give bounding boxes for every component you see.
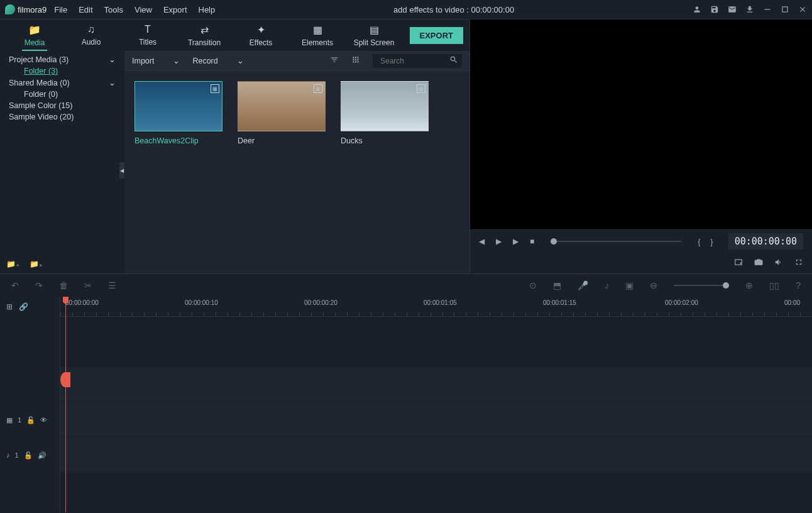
tab-label: Elements: [302, 38, 333, 47]
sidebar-item-sample-video[interactable]: Sample Video (20): [0, 111, 124, 123]
timeline-track-spare[interactable]: [60, 473, 812, 508]
redo-button[interactable]: ↷: [35, 280, 43, 290]
menu-help[interactable]: Help: [199, 5, 216, 14]
thumbnail-image: ▦: [341, 81, 429, 131]
stop-button[interactable]: ■: [530, 237, 534, 246]
visibility-icon[interactable]: 👁: [40, 416, 47, 424]
filter-icon[interactable]: [330, 55, 339, 66]
lock-icon[interactable]: 🔓: [24, 451, 33, 460]
tab-effects[interactable]: ✦ Effects: [233, 24, 289, 47]
new-folder-icon[interactable]: 📁₊: [6, 260, 19, 268]
ruler-label: 00:00:00:20: [304, 299, 337, 306]
audio-track-header[interactable]: ♪ 1 🔓 🔊: [0, 438, 60, 473]
clip-deer[interactable]: ▦ Deer: [238, 81, 326, 145]
playback-row: ◀ ▶ ▶ ■ { } 00:00:00:00: [470, 230, 812, 253]
voiceover-icon[interactable]: 🎤: [578, 280, 588, 290]
timeline-body[interactable]: 00:00:00:00 00:00:00:10 00:00:00:20 00:0…: [60, 297, 812, 512]
manage-tracks-icon[interactable]: ⊞: [6, 302, 13, 311]
slider-handle[interactable]: [551, 238, 557, 245]
svg-point-6: [355, 59, 356, 60]
mark-in-out-icon[interactable]: { }: [698, 237, 716, 246]
menu-export[interactable]: Export: [163, 5, 187, 14]
tab-elements[interactable]: ▦ Elements: [289, 24, 346, 47]
timeline-ruler[interactable]: 00:00:00:00 00:00:00:10 00:00:00:20 00:0…: [60, 297, 812, 317]
import-dropdown[interactable]: Import ⌄: [132, 56, 180, 65]
playhead-knob[interactable]: [60, 372, 70, 387]
sidebar-item-folder-0[interactable]: Folder (0): [0, 89, 124, 100]
play-button[interactable]: ▶: [513, 237, 518, 246]
tab-transition[interactable]: ⇄ Transition: [176, 24, 233, 47]
timeline-track-audio[interactable]: [60, 438, 812, 473]
zoom-handle[interactable]: [723, 282, 729, 289]
split-button[interactable]: ✂: [84, 280, 92, 290]
title-right: [693, 5, 807, 14]
zoom-slider[interactable]: [674, 285, 729, 286]
tab-audio[interactable]: ♫ Audio: [63, 24, 119, 47]
preview-viewport[interactable]: [470, 19, 812, 229]
tab-media[interactable]: 📁 Media: [6, 24, 63, 47]
playhead[interactable]: [65, 297, 66, 512]
sidebar-item-shared-media[interactable]: Shared Media (0) ⌄: [0, 77, 124, 89]
preview-options-row: [470, 253, 812, 273]
menu-tools[interactable]: Tools: [104, 5, 123, 14]
lock-icon[interactable]: 🔓: [26, 416, 35, 424]
crop-icon[interactable]: ▣: [625, 280, 634, 290]
help-icon[interactable]: ?: [796, 280, 801, 290]
account-icon[interactable]: [693, 5, 701, 14]
sidebar-item-project-media[interactable]: Project Media (3) ⌄: [0, 53, 124, 65]
timeline-track-video[interactable]: [60, 402, 812, 438]
video-track-header[interactable]: ▦ 1 🔓 👁: [0, 402, 60, 438]
search-input[interactable]: [376, 54, 446, 68]
video-track-icon: ▦: [6, 416, 13, 424]
timeline-track-overlay[interactable]: [60, 317, 812, 367]
record-dropdown[interactable]: Record ⌄: [192, 56, 243, 65]
message-icon[interactable]: [728, 5, 737, 14]
clip-beachwaves[interactable]: ▦ BeachWaves2Clip: [134, 81, 222, 145]
preview-slider[interactable]: [551, 241, 681, 242]
sidebar-item-label: Folder (0): [24, 90, 58, 99]
download-icon[interactable]: [745, 5, 754, 14]
export-button[interactable]: EXPORT: [410, 27, 463, 44]
undo-button[interactable]: ↶: [11, 280, 19, 290]
delete-button[interactable]: 🗑: [59, 280, 68, 290]
prev-frame-button[interactable]: ◀: [479, 237, 485, 246]
menu-edit[interactable]: Edit: [79, 5, 92, 14]
sidebar-item-folder-3[interactable]: Folder (3): [0, 65, 124, 77]
marker-icon[interactable]: ⬒: [553, 280, 561, 290]
tab-split-screen[interactable]: ▤ Split Screen: [346, 24, 402, 47]
mute-icon[interactable]: 🔊: [38, 451, 47, 460]
render-preview-icon[interactable]: ⊙: [529, 280, 537, 290]
sidebar-collapse-button[interactable]: ◀: [119, 162, 124, 179]
search-icon[interactable]: [449, 55, 458, 66]
timeline-toolbar: ↶ ↷ 🗑 ✂ ☰ ⊙ ⬒ 🎤 ♪ ▣ ⊖ ⊕ ▯▯ ?: [0, 274, 812, 297]
volume-icon[interactable]: [774, 258, 783, 268]
tab-titles[interactable]: T Titles: [119, 24, 176, 47]
settings-icon[interactable]: ☰: [108, 280, 116, 290]
chevron-down-icon: ⌄: [109, 78, 116, 87]
zoom-fit-icon[interactable]: ▯▯: [769, 280, 779, 290]
play-backward-button[interactable]: ▶: [496, 237, 502, 246]
audio-mixer-icon[interactable]: ♪: [605, 280, 609, 290]
media-thumbs: ▦ BeachWaves2Clip ▦ Deer ▦: [124, 71, 469, 155]
clip-ducks[interactable]: ▦ Ducks: [341, 81, 429, 145]
delete-folder-icon[interactable]: 📁ₓ: [30, 260, 42, 268]
svg-point-9: [355, 61, 356, 62]
fullscreen-icon[interactable]: [794, 258, 803, 268]
elements-icon: ▦: [313, 24, 322, 36]
menu-file[interactable]: File: [54, 5, 67, 14]
grid-view-icon[interactable]: [351, 55, 360, 66]
zoom-out-button[interactable]: ⊖: [650, 280, 657, 290]
tab-label: Effects: [250, 38, 272, 47]
media-panel: 📁 Media ♫ Audio T Titles ⇄ Transition ✦ …: [0, 19, 470, 273]
close-button[interactable]: [798, 5, 807, 14]
snapshot-icon[interactable]: [754, 258, 763, 268]
menu-view[interactable]: View: [134, 5, 152, 14]
timeline-track-title[interactable]: [60, 367, 812, 402]
sidebar-item-sample-color[interactable]: Sample Color (15): [0, 100, 124, 111]
link-icon[interactable]: 🔗: [19, 302, 28, 311]
maximize-button[interactable]: [781, 5, 789, 14]
zoom-in-button[interactable]: ⊕: [745, 280, 753, 290]
save-icon[interactable]: [710, 5, 719, 14]
quality-icon[interactable]: [734, 258, 743, 268]
minimize-button[interactable]: [763, 5, 772, 14]
